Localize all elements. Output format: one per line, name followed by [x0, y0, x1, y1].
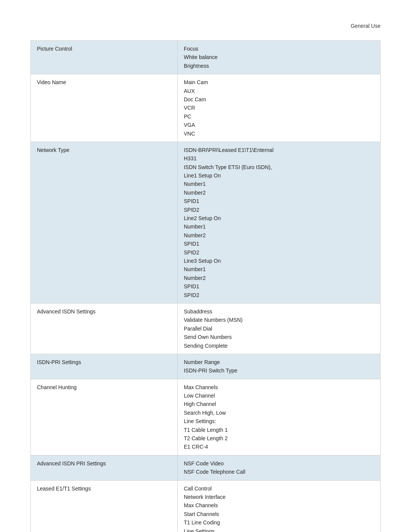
row-label: ISDN-PRI Settings [31, 354, 178, 379]
table-row: Network TypeISDN-BRI\PRI\Leased E1\T1\En… [31, 142, 381, 303]
row-value: FocusWhite balanceBrightness [177, 41, 380, 74]
page-container: General Use Picture ControlFocusWhite ba… [0, 0, 411, 532]
row-value: NSF Code VideoNSF Code Telephone Call [177, 455, 380, 480]
row-value: Call ControlNetwork InterfaceMax Channel… [177, 480, 380, 532]
row-label: Channel Hunting [31, 379, 178, 455]
page-header: General Use [30, 23, 381, 29]
table-row: Video NameMain CamAUXDoc CamVCRPCVGAVNC [31, 74, 381, 142]
row-value: Main CamAUXDoc CamVCRPCVGAVNC [177, 74, 380, 142]
row-label: Advanced ISDN PRI Settings [31, 455, 178, 480]
row-value: SubaddressValidate Numbers (MSN)Parallel… [177, 303, 380, 354]
row-label: Network Type [31, 142, 178, 303]
row-label: Advanced ISDN Settings [31, 303, 178, 354]
row-value: Number RangeISDN-PRI Switch Type [177, 354, 380, 379]
table-row: Picture ControlFocusWhite balanceBrightn… [31, 41, 381, 74]
table-row: Channel HuntingMax ChannelsLow ChannelHi… [31, 379, 381, 455]
row-label: Video Name [31, 74, 178, 142]
header-title: General Use [350, 23, 381, 29]
table-row: ISDN-PRI SettingsNumber RangeISDN-PRI Sw… [31, 354, 381, 379]
content-table: Picture ControlFocusWhite balanceBrightn… [30, 40, 381, 532]
row-label: Leased E1/T1 Settings [31, 480, 178, 532]
row-value: ISDN-BRI\PRI\Leased E1\T1\EnternalH331IS… [177, 142, 380, 303]
table-row: Leased E1/T1 SettingsCall ControlNetwork… [31, 480, 381, 532]
table-row: Advanced ISDN PRI SettingsNSF Code Video… [31, 455, 381, 480]
row-label: Picture Control [31, 41, 178, 74]
table-row: Advanced ISDN SettingsSubaddressValidate… [31, 303, 381, 354]
row-value: Max ChannelsLow ChannelHigh ChannelSearc… [177, 379, 380, 455]
